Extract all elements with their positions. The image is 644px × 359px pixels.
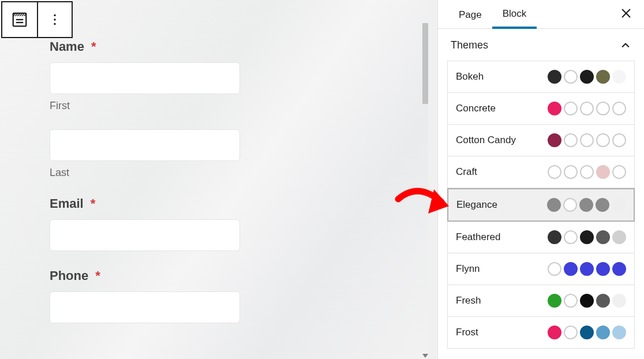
theme-item-fresh[interactable]: Fresh (447, 285, 635, 317)
form-block-icon-button[interactable] (2, 2, 37, 37)
color-swatch (596, 294, 610, 308)
theme-swatch-group (548, 70, 626, 84)
close-sidebar-button[interactable] (620, 7, 632, 22)
theme-swatch-group (548, 230, 626, 244)
theme-name-label: Bokeh (456, 71, 484, 83)
svg-point-5 (54, 23, 55, 25)
theme-name-label: Flynn (456, 263, 480, 275)
color-swatch (548, 133, 561, 147)
color-swatch (564, 165, 578, 179)
color-swatch (564, 133, 578, 147)
sidebar-tabs: Page Block (438, 0, 644, 29)
color-swatch (580, 165, 594, 179)
canvas-scrollbar[interactable] (422, 23, 428, 104)
theme-item-cotton-candy[interactable]: Cotton Candy (447, 125, 635, 156)
theme-item-elegance[interactable]: Elegance (447, 188, 635, 222)
color-swatch (612, 133, 626, 147)
color-swatch (548, 262, 561, 276)
svg-point-4 (54, 18, 55, 20)
color-swatch (580, 133, 594, 147)
theme-swatch-group (548, 262, 626, 276)
color-swatch (612, 294, 626, 308)
label-text: Name (50, 39, 84, 54)
color-swatch (580, 102, 594, 115)
color-swatch (612, 165, 626, 179)
color-swatch (580, 326, 594, 339)
block-options-button[interactable] (37, 2, 72, 37)
canvas-scroll-down-icon[interactable] (422, 354, 428, 358)
sublabel-last: Last (50, 167, 428, 179)
field-label-email: Email * (50, 196, 428, 211)
more-options-icon (47, 12, 62, 27)
theme-item-frost[interactable]: Frost (447, 317, 635, 349)
theme-swatch-group (548, 102, 626, 115)
theme-name-label: Cotton Candy (456, 134, 516, 146)
color-swatch (564, 70, 578, 84)
color-swatch (564, 262, 578, 276)
color-swatch (564, 326, 578, 339)
color-swatch (612, 326, 626, 339)
label-text: Phone (50, 268, 88, 283)
color-swatch (564, 230, 578, 244)
section-title: Themes (451, 39, 488, 51)
form-preview-canvas: Name * First Last Email * Phone * (0, 0, 428, 359)
theme-name-label: Concrete (456, 103, 496, 114)
color-swatch (580, 70, 594, 84)
required-asterisk: * (91, 39, 96, 54)
theme-name-label: Fresh (456, 295, 481, 306)
theme-swatch-group (548, 326, 626, 339)
themes-section-header[interactable]: Themes (438, 29, 644, 61)
color-swatch (548, 102, 561, 115)
settings-sidebar: Page Block Themes BokehConcreteCotton Ca… (437, 0, 644, 359)
color-swatch (564, 102, 578, 115)
tab-block[interactable]: Block (492, 0, 537, 29)
label-text: Email (50, 196, 84, 211)
color-swatch (580, 230, 594, 244)
required-asterisk: * (91, 196, 96, 211)
form-block-icon (11, 11, 28, 28)
close-icon (620, 7, 632, 20)
color-swatch (596, 102, 610, 115)
theme-item-flynn[interactable]: Flynn (447, 253, 635, 285)
color-swatch (564, 294, 578, 308)
theme-name-label: Craft (456, 166, 477, 178)
theme-swatch-group (548, 133, 626, 147)
theme-swatch-group (547, 198, 626, 212)
color-swatch (547, 198, 561, 212)
theme-name-label: Feathered (456, 231, 501, 243)
sublabel-first: First (50, 100, 428, 112)
color-swatch (596, 133, 610, 147)
color-swatch (563, 198, 577, 212)
color-swatch (596, 198, 609, 212)
theme-item-concrete[interactable]: Concrete (447, 93, 635, 125)
color-swatch (548, 230, 561, 244)
field-phone: Phone * (50, 268, 428, 323)
field-email: Email * (50, 196, 428, 251)
color-swatch (596, 230, 610, 244)
color-swatch (548, 165, 561, 179)
color-swatch (596, 262, 610, 276)
theme-swatch-group (548, 294, 626, 308)
color-swatch (548, 326, 561, 339)
name-last-input[interactable] (50, 129, 240, 161)
theme-item-bokeh[interactable]: Bokeh (447, 61, 635, 93)
color-swatch (612, 198, 626, 212)
theme-item-craft[interactable]: Craft (447, 156, 635, 188)
color-swatch (612, 70, 626, 84)
color-swatch (548, 70, 561, 84)
required-asterisk: * (95, 268, 100, 283)
phone-input[interactable] (50, 291, 240, 323)
chevron-up-icon (620, 40, 631, 51)
theme-name-label: Elegance (456, 199, 497, 211)
block-toolbar (1, 1, 73, 38)
theme-item-feathered[interactable]: Feathered (447, 222, 635, 253)
field-name: Name * First Last (50, 39, 428, 179)
svg-point-3 (54, 14, 55, 16)
field-label-phone: Phone * (50, 268, 428, 283)
tab-page[interactable]: Page (448, 1, 492, 28)
name-first-input[interactable] (50, 62, 240, 94)
color-swatch (612, 230, 626, 244)
color-swatch (548, 294, 561, 308)
email-input[interactable] (50, 219, 240, 251)
color-swatch (612, 262, 626, 276)
